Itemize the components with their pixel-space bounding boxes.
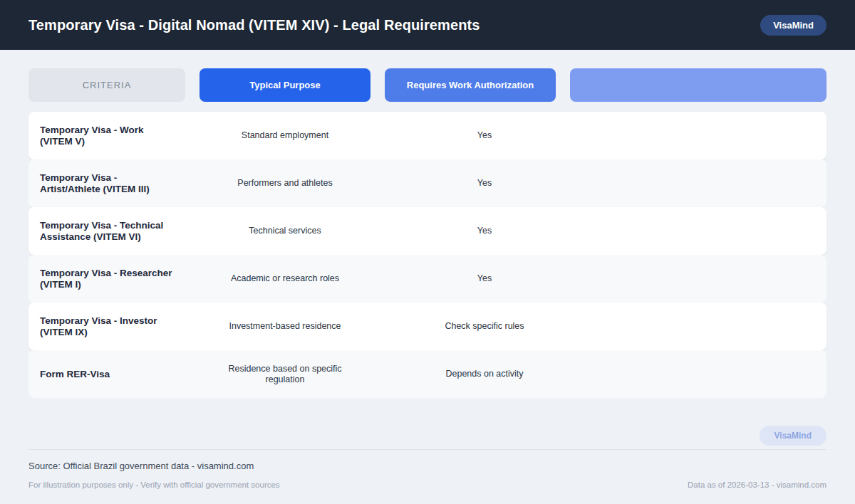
app-header: Temporary Visa - Digital Nomad (VITEM XI… (0, 0, 855, 50)
table-row: Temporary Visa - Investor (VITEM IX) Inv… (28, 303, 826, 350)
footer-row: For illustration purposes only - Verify … (28, 481, 826, 489)
cell-typical-purpose: Academic or research roles (200, 273, 370, 284)
cell-requires-work-authorization: Yes (385, 178, 556, 189)
cell-requires-work-authorization: Yes (385, 226, 556, 236)
table-row: Temporary Visa - Technical Assistance (V… (28, 207, 826, 255)
watermark-bar: VisaMind (0, 426, 855, 446)
cell-requires-work-authorization: Yes (385, 130, 556, 141)
cell-criteria: Form RER-Visa (28, 369, 174, 380)
footer-divider (28, 449, 826, 450)
column-header-extra[interactable] (570, 68, 826, 102)
cell-typical-purpose: Investment-based residence (200, 321, 370, 332)
disclaimer-text: For illustration purposes only - Verify … (28, 481, 280, 489)
cell-typical-purpose: Residence based on specific regulation (200, 364, 370, 385)
cell-requires-work-authorization: Depends on activity (385, 369, 556, 379)
table-body: Temporary Visa - Work (VITEM V) Standard… (28, 112, 826, 398)
watermark-badge: VisaMind (760, 426, 826, 446)
cell-typical-purpose: Technical services (200, 226, 370, 236)
cell-requires-work-authorization: Yes (385, 273, 556, 284)
cell-criteria: Temporary Visa - Technical Assistance (V… (28, 220, 174, 243)
cell-typical-purpose: Performers and athletes (200, 178, 370, 189)
column-header-criteria[interactable]: CRITERIA (28, 68, 185, 102)
main-content: CRITERIA Typical Purpose Requires Work A… (0, 68, 855, 398)
table-row: Temporary Visa - Work (VITEM V) Standard… (28, 112, 826, 159)
table-row: Form RER-Visa Residence based on specifi… (28, 350, 826, 398)
cell-requires-work-authorization: Check specific rules (385, 321, 556, 332)
column-header-row: CRITERIA Typical Purpose Requires Work A… (28, 68, 826, 102)
page-title: Temporary Visa - Digital Nomad (VITEM XI… (28, 17, 480, 33)
table-row: Temporary Visa - Artist/Athlete (VITEM I… (28, 159, 826, 207)
column-header-requires-work-authorization[interactable]: Requires Work Authorization (385, 68, 556, 102)
cell-typical-purpose: Standard employment (200, 130, 370, 141)
cell-criteria: Temporary Visa - Investor (VITEM IX) (28, 315, 174, 338)
cell-criteria: Temporary Visa - Artist/Athlete (VITEM I… (28, 172, 174, 195)
cell-criteria: Temporary Visa - Researcher (VITEM I) (28, 268, 174, 290)
data-as-of-text: Data as of 2026-03-13 - visamind.com (688, 481, 826, 489)
brand-badge: VisaMind (760, 15, 826, 36)
source-text: Source: Official Brazil government data … (28, 461, 826, 471)
table-row: Temporary Visa - Researcher (VITEM I) Ac… (28, 255, 826, 303)
cell-criteria: Temporary Visa - Work (VITEM V) (28, 125, 174, 147)
column-header-typical-purpose[interactable]: Typical Purpose (200, 68, 370, 102)
